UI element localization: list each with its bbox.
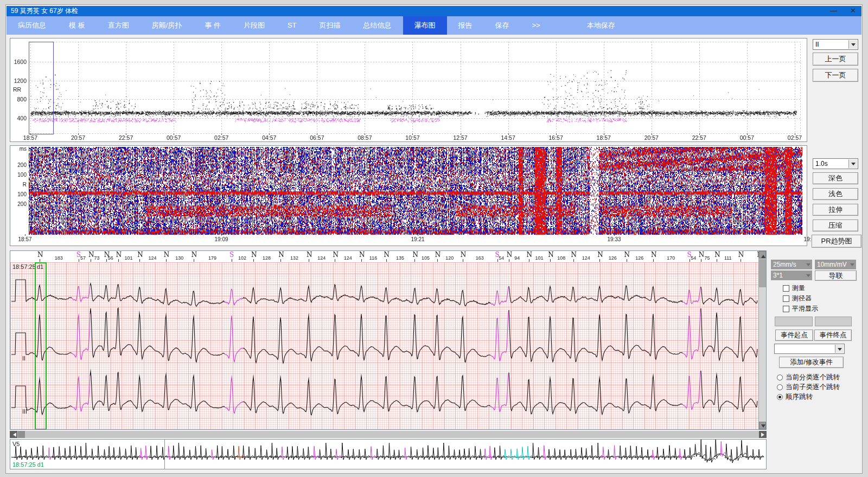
wf-x-tick: 19:09 — [212, 236, 231, 243]
checkbox-label: 测量 — [792, 283, 805, 293]
beat-tick-mark — [414, 259, 415, 262]
next-page-button[interactable]: 下一页 — [813, 69, 858, 82]
speed-select[interactable]: 25mm/s — [771, 260, 812, 269]
event-start-field[interactable] — [775, 317, 813, 326]
radio-3[interactable]: 顺序跳转 — [777, 392, 813, 402]
menu-item-10[interactable]: 瀑布图 — [403, 16, 447, 35]
compress-button[interactable]: 压缩 — [813, 220, 858, 231]
beat-tick-mark — [309, 259, 309, 262]
chevron-down-icon[interactable] — [848, 159, 857, 168]
menu-item-5[interactable]: 事 件 — [193, 16, 232, 35]
v5-overview-strip[interactable]: V5 18:57:25 d1 — [10, 439, 767, 469]
menu-item-8[interactable]: 页扫描 — [308, 16, 352, 35]
beat-label: N — [384, 252, 390, 259]
scroll-up-icon[interactable] — [759, 251, 766, 259]
radio-1[interactable]: 当前分类逐个跳转 — [777, 373, 840, 382]
rr-x-tick: 10:57 — [401, 134, 423, 141]
beat-tick-mark — [232, 259, 232, 262]
gain-select[interactable]: 10mm/mV — [815, 260, 856, 269]
prev-page-button[interactable]: 上一页 — [813, 53, 858, 66]
v5-lead-label: V5 — [12, 441, 20, 447]
radio-2[interactable]: 当前子类逐个跳转 — [777, 383, 840, 392]
rr-selection-rect[interactable] — [29, 42, 54, 134]
vscroll-thumb[interactable] — [759, 259, 766, 287]
wf-x-tick: 18:57 — [16, 236, 34, 243]
window-length-select[interactable]: 1.0s — [813, 158, 858, 169]
rr-x-tick: 00:57 — [736, 134, 758, 141]
ecg-trace-canvas[interactable] — [10, 262, 758, 430]
menu-item-4[interactable]: 房颤/房扑 — [141, 16, 194, 35]
menu-item-2[interactable]: 模 板 — [58, 16, 97, 35]
menu-item-14[interactable]: 本地保存 — [576, 16, 627, 35]
radio-label: 当前子类逐个跳转 — [786, 383, 840, 392]
ecg-horizontal-scrollbar[interactable] — [10, 431, 767, 438]
rr-x-tick: 08:57 — [354, 134, 375, 141]
pr-trend-button[interactable]: PR趋势图 — [812, 235, 861, 248]
checkbox-1[interactable]: 测量 — [783, 283, 805, 293]
menu-item-3[interactable]: 直方图 — [97, 16, 141, 35]
event-end-button[interactable]: 事件终点 — [814, 330, 852, 341]
rr-x-tick: 20:57 — [641, 134, 662, 141]
scroll-left-icon[interactable] — [10, 431, 17, 438]
checkbox-box[interactable] — [783, 295, 789, 302]
ecg-vertical-scrollbar[interactable] — [758, 251, 766, 429]
light-color-button[interactable]: 浅色 — [813, 188, 858, 200]
checkbox-box[interactable] — [783, 285, 789, 292]
menu-item-13[interactable]: >> — [521, 16, 552, 35]
rr-interval-value: 120 — [445, 255, 456, 261]
rr-interval-value: 108 — [557, 255, 568, 261]
wf-y-tick: 100 — [10, 191, 27, 198]
waterfall-canvas[interactable] — [10, 146, 807, 246]
beat-tick-mark — [550, 259, 551, 262]
menu-item-12[interactable]: 保存 — [484, 16, 521, 35]
rr-x-tick: 14:57 — [497, 134, 519, 141]
radio-circle[interactable] — [777, 375, 783, 381]
rr-interval-value: 132 — [290, 255, 301, 261]
menu-item-1[interactable]: 病历信息 — [7, 16, 58, 35]
checkbox-box[interactable] — [783, 306, 789, 312]
beat-label: N — [333, 252, 339, 259]
beat-tick-mark — [280, 259, 281, 262]
scroll-down-icon[interactable] — [759, 422, 766, 429]
close-icon[interactable]: ✕ — [850, 6, 856, 16]
event-type-select[interactable] — [774, 344, 845, 354]
add-modify-event-button[interactable]: 添加/修改事件 — [779, 357, 844, 368]
scroll-right-icon[interactable] — [759, 431, 767, 438]
dark-color-button[interactable]: 深色 — [813, 172, 858, 184]
beat-tick-mark — [437, 259, 438, 262]
v5-timestamp: 18:57:25 d1 — [12, 461, 44, 468]
menu-item-9[interactable]: 总结信息 — [352, 16, 403, 35]
layout-value: 3*1 — [773, 272, 783, 279]
lead-label-iii: III — [22, 408, 27, 415]
beat-tick-mark — [463, 259, 463, 262]
checkbox-3[interactable]: 平滑显示 — [783, 304, 818, 313]
rr-interval-value: 116 — [369, 255, 380, 261]
layout-select[interactable]: 3*1 — [771, 270, 812, 280]
checkbox-2[interactable]: 测径器 — [783, 294, 812, 303]
radio-circle[interactable] — [777, 384, 783, 390]
beat-tick-mark — [91, 259, 91, 262]
rr-x-tick: 12:57 — [450, 134, 471, 141]
event-end-field[interactable] — [815, 317, 852, 326]
hscroll-thumb[interactable] — [18, 431, 25, 438]
beat-tick-mark — [509, 259, 509, 262]
lead-config-button[interactable]: 导联 — [815, 270, 857, 281]
rr-scatter-canvas[interactable] — [10, 38, 807, 141]
lead-select[interactable]: II — [813, 39, 858, 50]
radio-circle[interactable] — [777, 394, 783, 400]
ecg-strip-panel: N183S57N73N56N101N124N130N179S102N128N13… — [10, 250, 767, 430]
rr-interval-value: 124 — [317, 255, 328, 261]
stretch-button[interactable]: 拉伸 — [813, 204, 858, 216]
menu-item-6[interactable]: 片段图 — [232, 16, 276, 35]
menu-item-7[interactable]: ST — [276, 16, 308, 35]
chevron-down-icon[interactable] — [848, 40, 857, 49]
menu-item-11[interactable]: 报告 — [447, 16, 484, 35]
rr-x-tick: 20:57 — [67, 134, 89, 141]
minimize-icon[interactable]: — — [830, 6, 837, 16]
event-start-button[interactable]: 事件起点 — [775, 330, 813, 341]
chevron-down-icon[interactable] — [835, 345, 844, 353]
rr-x-tick: 02:57 — [784, 134, 806, 141]
menu-bar: 病历信息模 板直方图房颤/房扑事 件片段图ST页扫描总结信息瀑布图报告保存>>本… — [7, 16, 861, 35]
beat-label: N — [699, 252, 705, 259]
beat-selection-rect[interactable] — [35, 262, 47, 430]
